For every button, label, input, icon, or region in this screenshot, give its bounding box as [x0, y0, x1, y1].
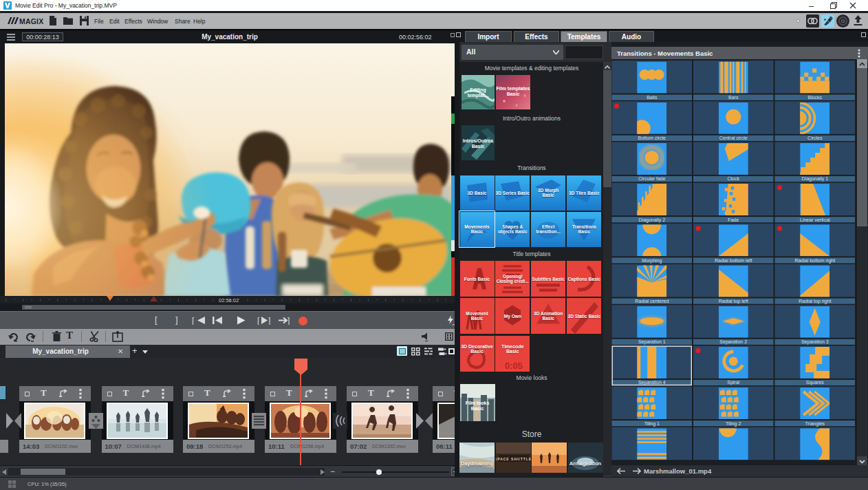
- svg-text:Morphing: Morphing: [642, 258, 662, 264]
- svg-text:Blocks: Blocks: [807, 95, 822, 100]
- svg-text:Circular fade: Circular fade: [638, 176, 666, 181]
- svg-text:Basic: Basic: [507, 92, 520, 96]
- svg-text:templat...: templat...: [468, 93, 489, 98]
- svg-text:Tiling 2: Tiling 2: [726, 421, 741, 427]
- svg-text:Triangles: Triangles: [805, 421, 825, 427]
- svg-text:MAGIX: MAGIX: [19, 17, 43, 25]
- svg-text:Film looks: Film looks: [466, 401, 490, 405]
- svg-text:Radial centered: Radial centered: [635, 299, 669, 303]
- svg-text:Clock: Clock: [727, 176, 739, 181]
- svg-text:Editing: Editing: [470, 87, 486, 93]
- svg-text:Tiling 1: Tiling 1: [644, 421, 660, 427]
- svg-text:[: [: [192, 316, 195, 325]
- svg-text:Basic: Basic: [472, 144, 485, 149]
- svg-text:Separation 2: Separation 2: [719, 339, 747, 345]
- svg-text:]: ]: [287, 316, 290, 325]
- svg-text:Circles: Circles: [807, 136, 823, 140]
- svg-text:Balls: Balls: [647, 95, 658, 100]
- svg-text:]: ]: [268, 316, 270, 325]
- svg-text:Separation 1: Separation 1: [638, 339, 666, 345]
- svg-text:Basic: Basic: [471, 406, 484, 411]
- svg-text:Bottom circle: Bottom circle: [638, 136, 666, 140]
- svg-text:Spiral: Spiral: [727, 380, 739, 385]
- svg-text:Radial bottom left: Radial bottom left: [715, 258, 752, 263]
- svg-text:Intros/Outros: Intros/Outros: [463, 138, 493, 143]
- svg-text:Diagonally 1: Diagonally 1: [802, 176, 829, 182]
- svg-text:Fade: Fade: [728, 217, 739, 222]
- svg-text:Radial top left: Radial top left: [719, 299, 748, 304]
- svg-text:Squares: Squares: [806, 380, 825, 385]
- svg-text:Separation 3: Separation 3: [801, 339, 829, 345]
- svg-text:[: [: [257, 316, 260, 325]
- svg-text:Radial bottom right: Radial bottom right: [794, 258, 835, 264]
- svg-text:Linear vertical: Linear vertical: [800, 217, 830, 222]
- svg-text:Radial top right: Radial top right: [799, 299, 831, 304]
- svg-text:Film templates: Film templates: [496, 86, 530, 92]
- svg-text:Diagonally 2: Diagonally 2: [639, 217, 666, 223]
- svg-text:Central circle: Central circle: [719, 136, 748, 140]
- svg-text:Bars: Bars: [728, 95, 739, 100]
